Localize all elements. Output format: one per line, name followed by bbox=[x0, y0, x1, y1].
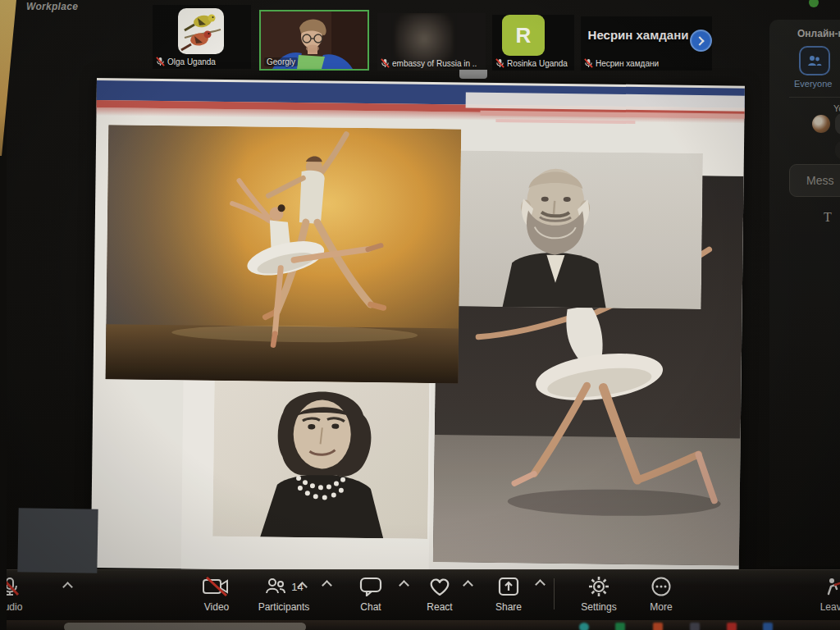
chat-button[interactable]: Chat bbox=[345, 575, 397, 613]
vaganova-portrait-photo bbox=[212, 372, 429, 539]
leave-label: Leave bbox=[820, 601, 840, 613]
heart-icon bbox=[428, 575, 451, 598]
chat-panel-title: Онлайн-кон bbox=[797, 28, 840, 39]
react-button[interactable]: React bbox=[413, 575, 466, 613]
participants-icon: 14 bbox=[264, 575, 303, 598]
text-format-button[interactable]: T bbox=[824, 210, 832, 225]
video-label: Video bbox=[204, 601, 229, 613]
participant-name: Olga Uganda bbox=[167, 57, 216, 66]
slide-header-pink-stripe-2 bbox=[495, 119, 635, 124]
share-options-chevron[interactable] bbox=[535, 579, 546, 590]
participant-name-row: Rosinka Uganda bbox=[495, 58, 568, 68]
react-label: React bbox=[427, 601, 452, 613]
share-screen-icon bbox=[497, 575, 520, 598]
ballet-couple-photo bbox=[106, 125, 462, 383]
ellipsis-circle-icon bbox=[651, 575, 672, 598]
muted-mic-icon bbox=[381, 58, 390, 68]
participant-name-row: embassy of Russia in .. bbox=[381, 58, 477, 68]
everyone-chip-label: Everyone bbox=[794, 79, 832, 89]
laptop-screen-photo: Workplace bbox=[0, 0, 840, 630]
windows-taskbar bbox=[7, 620, 840, 630]
avatar bbox=[812, 115, 830, 133]
shared-screen-handle[interactable] bbox=[459, 70, 487, 79]
chat-bubble-icon bbox=[359, 575, 382, 598]
divider bbox=[789, 97, 840, 98]
share-label: Share bbox=[495, 601, 522, 613]
audio-label: Audio bbox=[7, 601, 22, 613]
participant-name-row: Olga Uganda bbox=[156, 57, 216, 66]
participant-name: Georgly bbox=[264, 57, 298, 66]
share-button[interactable]: Share bbox=[482, 575, 535, 613]
participant-tile-olga[interactable]: Olga Uganda bbox=[153, 5, 251, 69]
chat-message-input[interactable]: Mess bbox=[789, 164, 840, 197]
participant-name-row: Несрин хамдани bbox=[584, 58, 659, 68]
participant-display-name: Несрин хамдани bbox=[581, 28, 696, 42]
more-label: More bbox=[650, 601, 672, 613]
participants-options-chevron[interactable] bbox=[322, 580, 332, 591]
taskbar-app-icon[interactable] bbox=[763, 623, 773, 630]
divider bbox=[554, 578, 555, 609]
chat-message-bubble: C bbox=[835, 113, 840, 135]
video-muted-icon bbox=[202, 575, 231, 598]
everyone-chip[interactable] bbox=[799, 46, 830, 75]
participant-name-row: Georgly bbox=[264, 57, 298, 66]
taskbar-app-icon[interactable] bbox=[653, 623, 663, 630]
taskbar-app-icon[interactable] bbox=[690, 623, 700, 630]
chevron-right-icon bbox=[695, 36, 704, 45]
chat-panel: Онлайн-кон Everyone You C Mess T bbox=[769, 20, 840, 566]
chat-label: Chat bbox=[360, 601, 381, 613]
people-icon bbox=[806, 54, 823, 67]
participants-button[interactable]: 14 Participants bbox=[244, 575, 323, 613]
app-title: Workplace bbox=[26, 1, 78, 12]
participant-tile-rosinka[interactable]: R Rosinka Uganda bbox=[492, 15, 574, 71]
video-button[interactable]: Video bbox=[184, 575, 249, 613]
chat-input-placeholder: Mess bbox=[806, 174, 833, 187]
next-participants-button[interactable] bbox=[690, 30, 712, 52]
letter-avatar: R bbox=[502, 15, 545, 56]
mic-muted-icon bbox=[7, 575, 21, 598]
bird-avatar bbox=[177, 8, 225, 57]
status-dot-icon bbox=[809, 0, 819, 7]
taskbar-app-icon[interactable] bbox=[727, 623, 737, 630]
participant-tile-georgiy-active[interactable]: Georgly bbox=[259, 10, 369, 71]
gear-icon bbox=[587, 575, 610, 598]
muted-mic-icon bbox=[584, 58, 593, 68]
more-button[interactable]: More bbox=[635, 575, 687, 613]
participants-count: 14 bbox=[291, 581, 303, 593]
settings-button[interactable]: Settings bbox=[569, 575, 628, 613]
chat-message-bubble-faint bbox=[835, 141, 840, 159]
settings-label: Settings bbox=[581, 601, 616, 613]
taskbar-app-icon[interactable] bbox=[615, 623, 625, 630]
chat-sender-label: You bbox=[833, 103, 840, 113]
leave-button[interactable]: Leave bbox=[804, 575, 840, 613]
zoom-meeting-window: Workplace bbox=[7, 0, 840, 630]
participant-tile-embassy[interactable]: embassy of Russia in .. bbox=[377, 13, 486, 71]
participants-label: Participants bbox=[258, 601, 310, 613]
petipa-portrait-photo bbox=[431, 150, 703, 309]
participant-name: embassy of Russia in .. bbox=[392, 59, 477, 68]
audio-options-chevron[interactable] bbox=[62, 582, 73, 592]
chat-options-chevron[interactable] bbox=[399, 580, 409, 591]
audio-button[interactable]: Audio bbox=[7, 575, 43, 613]
shared-presentation-slide bbox=[91, 78, 745, 576]
muted-mic-icon bbox=[156, 57, 165, 66]
taskbar-app-icon[interactable] bbox=[579, 623, 589, 630]
muted-mic-icon bbox=[495, 58, 504, 68]
participant-name: Rosinka Uganda bbox=[507, 59, 568, 68]
meeting-toolbar: Audio Video bbox=[7, 569, 840, 620]
taskbar-search-pill[interactable] bbox=[64, 623, 306, 630]
participant-name: Несрин хамдани bbox=[596, 59, 659, 68]
leave-meeting-icon bbox=[824, 575, 840, 598]
gray-rectangle bbox=[17, 508, 98, 573]
